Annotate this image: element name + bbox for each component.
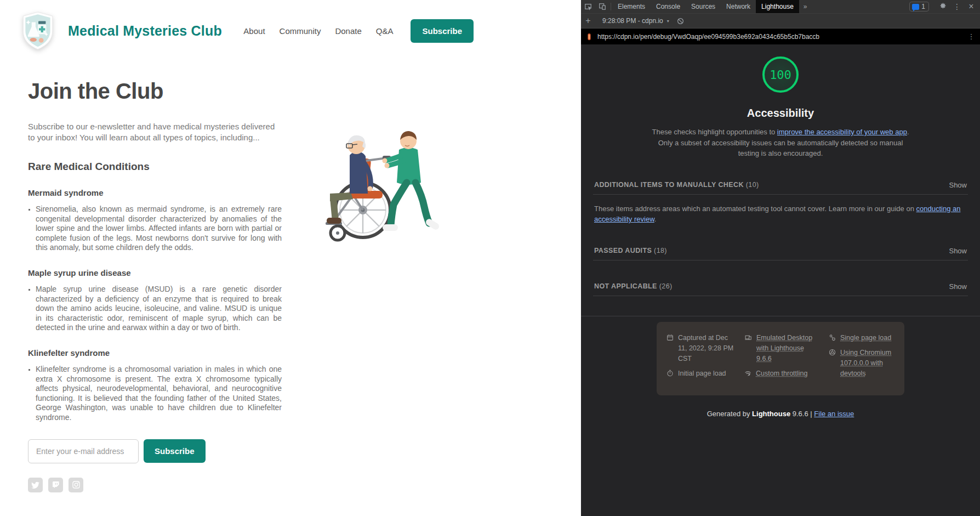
divider bbox=[593, 296, 968, 296]
section-title: ADDITIONAL ITEMS TO MANUALLY CHECK (10) bbox=[594, 181, 759, 189]
url-menu-kebab-icon[interactable]: ⋮ bbox=[966, 32, 977, 41]
throttling: Custom throttling bbox=[744, 368, 820, 379]
newsletter-form: Subscribe bbox=[28, 439, 282, 463]
generated-text: Generated by bbox=[707, 410, 752, 418]
section-manual-check[interactable]: ADDITIONAL ITEMS TO MANUALLY CHECK (10) … bbox=[593, 175, 968, 194]
section-count: (26) bbox=[659, 282, 673, 290]
lighthouse-toolbar: + 9:28:08 PM - cdpn.io ▾ bbox=[581, 14, 980, 29]
section-title: PASSED AUDITS (18) bbox=[594, 247, 667, 254]
section-count: (18) bbox=[654, 247, 667, 254]
note-text: . bbox=[654, 215, 657, 223]
lighthouse-brand: Lighthouse bbox=[752, 410, 790, 418]
chromium-version-link[interactable]: Using Chromium 107.0.0.0 with devtools bbox=[840, 348, 894, 379]
section-heading: Rare Medical Conditions bbox=[28, 161, 282, 173]
header-subscribe-button[interactable]: Subscribe bbox=[411, 19, 474, 43]
wheelchair-illustration bbox=[296, 112, 441, 244]
meta-column: Captured at Dec 11, 2022, 9:28 PM CST In… bbox=[666, 333, 736, 383]
club-logo-icon bbox=[20, 11, 56, 50]
twitter-icon[interactable] bbox=[28, 478, 43, 492]
inspect-element-icon[interactable] bbox=[581, 0, 595, 13]
accessibility-score-gauge[interactable]: 100 bbox=[762, 56, 799, 93]
nav-community[interactable]: Community bbox=[280, 26, 321, 36]
clear-reports-icon[interactable] bbox=[677, 18, 684, 25]
calendar-icon bbox=[666, 334, 674, 341]
twitch-icon[interactable] bbox=[48, 478, 63, 492]
new-report-icon[interactable]: + bbox=[581, 16, 595, 26]
social-links bbox=[28, 478, 581, 492]
spacer bbox=[593, 260, 968, 277]
emulated-device: Emulated Desktop with Lighthouse 9.6.6 bbox=[744, 333, 820, 364]
lighthouse-report: 100 Accessibility These checks highlight… bbox=[581, 44, 980, 516]
section-not-applicable[interactable]: NOT APPLICABLE (26) Show bbox=[593, 277, 968, 296]
description-text: These checks highlight opportunities to bbox=[652, 128, 777, 136]
condition-title-klinefelter: Klinefelter syndrome bbox=[28, 348, 282, 358]
single-page-load: Single page load bbox=[829, 333, 894, 343]
generated-version: 9.6.6 | bbox=[790, 410, 814, 418]
divider bbox=[593, 194, 968, 195]
section-passed-audits[interactable]: PASSED AUDITS (18) Show bbox=[593, 241, 968, 260]
devtools-actions: 1 ⋮ × bbox=[909, 0, 980, 13]
settings-gear-icon[interactable] bbox=[936, 2, 949, 11]
site-header: Medical Mysteries Club About Community D… bbox=[0, 0, 581, 50]
manual-check-note: These items address areas which an autom… bbox=[594, 203, 967, 225]
laptop-icon bbox=[744, 334, 752, 341]
captured-at: Captured at Dec 11, 2022, 9:28 PM CST bbox=[666, 333, 736, 364]
initial-page-load: Initial page load bbox=[666, 368, 736, 379]
devtools-tabbar: Elements Console Sources Network Lightho… bbox=[581, 0, 980, 14]
show-manual-check-link[interactable]: Show bbox=[949, 181, 967, 189]
condition-title-mermaid: Mermaid syndrome bbox=[28, 188, 282, 197]
section-count: (10) bbox=[746, 181, 759, 189]
tab-lighthouse[interactable]: Lighthouse bbox=[756, 0, 799, 13]
issues-icon bbox=[912, 4, 919, 10]
close-devtools-icon[interactable]: × bbox=[965, 2, 978, 12]
main-nav: About Community Donate Q&A Subscribe bbox=[243, 19, 474, 43]
throttling-link[interactable]: Custom throttling bbox=[756, 368, 807, 379]
page-content: Join the Club Subscribe to our e-newslet… bbox=[28, 79, 282, 463]
web-page: Medical Mysteries Club About Community D… bbox=[0, 0, 581, 516]
more-tabs-icon[interactable]: » bbox=[799, 0, 812, 13]
nav-qa[interactable]: Q&A bbox=[376, 26, 394, 36]
condition-text-msud: Maple syrup urine disease (MSUD) is a ra… bbox=[36, 285, 282, 333]
score-value: 100 bbox=[770, 68, 791, 82]
tab-console[interactable]: Console bbox=[651, 0, 686, 13]
email-input[interactable] bbox=[28, 439, 139, 463]
condition-list: Klinefelter syndrome is a chromosomal va… bbox=[28, 365, 282, 423]
condition-title-msud: Maple syrup urine disease bbox=[28, 268, 282, 277]
category-title: Accessibility bbox=[581, 107, 980, 120]
tab-network[interactable]: Network bbox=[721, 0, 756, 13]
condition-list: Maple syrup urine disease (MSUD) is a ra… bbox=[28, 285, 282, 333]
show-passed-audits-link[interactable]: Show bbox=[949, 247, 967, 255]
page-title: Join the Club bbox=[28, 79, 282, 104]
report-session-select[interactable]: 9:28:08 PM - cdpn.io ▾ bbox=[598, 17, 674, 25]
single-page-load-link[interactable]: Single page load bbox=[840, 333, 891, 343]
stopwatch-icon bbox=[666, 370, 674, 377]
report-url: https://cdpn.io/pen/debug/VwdOaqp/ee0945… bbox=[597, 33, 966, 41]
generated-by-line: Generated by Lighthouse 9.6.6 | File an … bbox=[581, 410, 980, 418]
instagram-icon[interactable] bbox=[69, 478, 83, 492]
note-text: These items address areas which an autom… bbox=[594, 205, 916, 213]
runtime-settings-box: Captured at Dec 11, 2022, 9:28 PM CST In… bbox=[657, 322, 904, 395]
emulated-device-link[interactable]: Emulated Desktop with Lighthouse 9.6.6 bbox=[756, 333, 820, 364]
tab-elements[interactable]: Elements bbox=[612, 0, 651, 13]
meta-column: Emulated Desktop with Lighthouse 9.6.6 C… bbox=[744, 333, 820, 383]
report-url-bar: https://cdpn.io/pen/debug/VwdOaqp/ee0945… bbox=[581, 29, 980, 44]
page-favicon bbox=[585, 33, 593, 41]
improve-accessibility-link[interactable]: improve the accessibility of your web ap… bbox=[777, 128, 907, 136]
meta-column: Single page load Using Chromium 107.0.0.… bbox=[829, 333, 894, 383]
site-title: Medical Mysteries Club bbox=[68, 23, 222, 39]
tab-sources[interactable]: Sources bbox=[686, 0, 721, 13]
file-an-issue-link[interactable]: File an issue bbox=[814, 410, 854, 418]
divider bbox=[611, 3, 611, 10]
intro-paragraph: Subscribe to our e-newsletter and have m… bbox=[28, 121, 282, 143]
form-subscribe-button[interactable]: Subscribe bbox=[144, 439, 206, 463]
nav-donate[interactable]: Donate bbox=[335, 26, 361, 36]
device-toolbar-icon[interactable] bbox=[595, 0, 609, 13]
issues-counter-button[interactable]: 1 bbox=[909, 2, 929, 12]
devtools-menu-kebab-icon[interactable]: ⋮ bbox=[950, 2, 964, 11]
section-title: NOT APPLICABLE (26) bbox=[594, 282, 673, 290]
page-load-icon bbox=[829, 334, 836, 341]
session-label: 9:28:08 PM - cdpn.io bbox=[602, 17, 663, 25]
show-not-applicable-link[interactable]: Show bbox=[949, 282, 967, 291]
condition-text-klinefelter: Klinefelter syndrome is a chromosomal va… bbox=[36, 365, 282, 423]
nav-about[interactable]: About bbox=[243, 26, 265, 36]
